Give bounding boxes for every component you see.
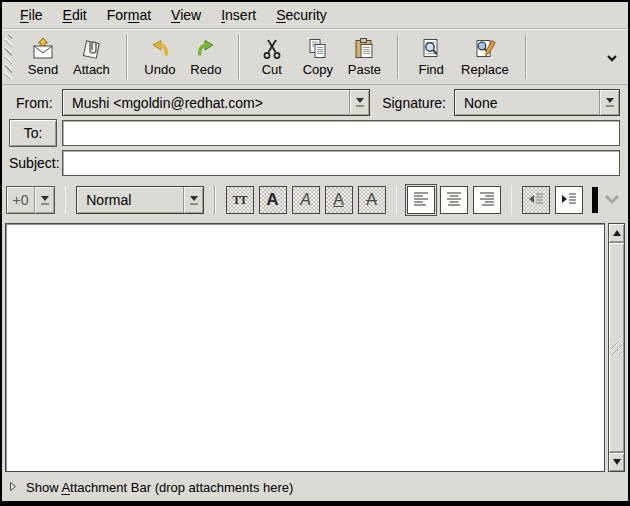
from-value: Mushi <mgoldin@redhat.com>: [63, 90, 349, 115]
typewriter-icon: TT: [232, 193, 246, 208]
bold-toggle-button[interactable]: A: [259, 186, 287, 214]
align-left-icon: [411, 189, 431, 212]
underline-toggle-button[interactable]: A: [325, 186, 353, 214]
paragraph-style-combobox[interactable]: Normal: [76, 186, 204, 214]
menu-insert[interactable]: Insert: [211, 4, 266, 26]
toolbar-separator: [126, 35, 128, 79]
indent-icon: [559, 189, 579, 212]
toolbar-separator: [238, 35, 240, 79]
editor-area: [2, 221, 628, 474]
message-body-editor[interactable]: [5, 223, 605, 472]
toolbar-overflow-button[interactable]: [602, 45, 622, 69]
redo-button[interactable]: Redo: [183, 35, 229, 79]
scroll-down-button[interactable]: [609, 452, 624, 471]
align-right-button[interactable]: [473, 186, 501, 214]
to-row: To:: [9, 119, 620, 147]
thumb-grip-icon: [611, 341, 622, 355]
subject-label: Subject:: [9, 155, 62, 171]
menu-security[interactable]: Security: [266, 4, 337, 26]
from-label: From:: [9, 95, 62, 111]
triangle-down-icon: [41, 196, 49, 201]
underline-icon: A: [333, 191, 344, 209]
subject-row: Subject:: [9, 150, 620, 176]
text-color-swatch[interactable]: [592, 187, 598, 213]
indent-button[interactable]: [555, 186, 583, 214]
format-separator: [511, 186, 512, 214]
show-attachment-bar-toggle[interactable]: Show Attachment Bar (drop attachments he…: [2, 474, 628, 501]
format-toolbar: +0 Normal TT A A A A: [2, 179, 628, 221]
subject-input[interactable]: [62, 150, 620, 176]
arrow-down-icon: [613, 459, 621, 465]
format-overflow-button[interactable]: [603, 192, 623, 208]
paste-button[interactable]: Paste: [341, 35, 388, 79]
attach-icon: [79, 37, 103, 61]
find-button[interactable]: Find: [408, 35, 454, 79]
strikethrough-toggle-button[interactable]: A: [358, 186, 386, 214]
undo-button[interactable]: Undo: [137, 35, 183, 79]
paste-label: Paste: [348, 62, 381, 77]
attach-label: Attach: [73, 62, 110, 77]
replace-icon: [473, 37, 497, 61]
from-combobox[interactable]: Mushi <mgoldin@redhat.com>: [62, 89, 370, 116]
italic-icon: A: [300, 191, 311, 209]
to-input[interactable]: [62, 120, 620, 146]
font-size-dropdown-button[interactable]: [34, 187, 54, 213]
triangle-down-icon: [356, 98, 364, 103]
unindent-button[interactable]: [522, 186, 550, 214]
cut-button[interactable]: Cut: [249, 35, 295, 79]
redo-icon: [194, 37, 218, 61]
format-separator: [65, 186, 66, 214]
from-dropdown-button[interactable]: [349, 90, 369, 115]
signature-combobox[interactable]: None: [454, 89, 620, 116]
toolbar-drag-handle[interactable]: [5, 35, 12, 79]
menu-file[interactable]: File: [10, 4, 53, 26]
scroll-up-button[interactable]: [609, 224, 624, 243]
copy-button[interactable]: Copy: [295, 35, 341, 79]
expander-triangle-icon: [9, 480, 17, 495]
menu-edit[interactable]: Edit: [53, 4, 97, 26]
unindent-icon: [526, 189, 546, 212]
format-separator: [396, 186, 397, 214]
signature-dropdown-button[interactable]: [599, 90, 619, 115]
undo-icon: [148, 37, 172, 61]
redo-label: Redo: [190, 62, 221, 77]
font-size-combobox[interactable]: +0: [6, 186, 55, 214]
format-separator: [214, 186, 215, 214]
italic-toggle-button[interactable]: A: [292, 186, 320, 214]
attach-button[interactable]: Attach: [66, 35, 117, 79]
strikethrough-icon: A: [366, 191, 377, 209]
send-button[interactable]: Send: [20, 35, 66, 79]
cut-icon: [260, 37, 284, 61]
menu-format[interactable]: Format: [97, 4, 161, 26]
align-center-button[interactable]: [440, 186, 468, 214]
signature-value: None: [455, 90, 599, 115]
align-left-button[interactable]: [407, 186, 435, 214]
signature-label: Signature:: [382, 95, 446, 111]
undo-label: Undo: [144, 62, 175, 77]
triangle-down-icon: [190, 196, 198, 201]
find-icon: [419, 37, 443, 61]
replace-button[interactable]: Replace: [454, 35, 516, 79]
typewriter-toggle-button[interactable]: TT: [226, 186, 254, 214]
cut-label: Cut: [262, 62, 282, 77]
to-button[interactable]: To:: [9, 119, 57, 147]
attachment-bar-label: Show Attachment Bar (drop attachments he…: [26, 480, 293, 495]
bold-icon: A: [266, 190, 278, 210]
paste-icon: [352, 37, 376, 61]
toolbar-separator: [525, 35, 527, 79]
from-row: From: Mushi <mgoldin@redhat.com> Signatu…: [9, 89, 620, 116]
composer-window: File Edit Format View Insert Security Se…: [0, 0, 630, 506]
find-label: Find: [418, 62, 443, 77]
paragraph-style-dropdown-button[interactable]: [183, 187, 203, 213]
arrow-up-icon: [613, 230, 621, 236]
toolbar-separator: [397, 35, 399, 79]
menu-view[interactable]: View: [161, 4, 211, 26]
align-center-icon: [444, 189, 464, 212]
menubar: File Edit Format View Insert Security: [2, 2, 628, 29]
copy-label: Copy: [303, 62, 333, 77]
header-fields: From: Mushi <mgoldin@redhat.com> Signatu…: [2, 85, 628, 179]
vertical-scrollbar: [608, 223, 625, 472]
copy-icon: [306, 37, 330, 61]
chevron-down-icon: [606, 49, 618, 65]
scrollbar-thumb[interactable]: [609, 243, 624, 452]
